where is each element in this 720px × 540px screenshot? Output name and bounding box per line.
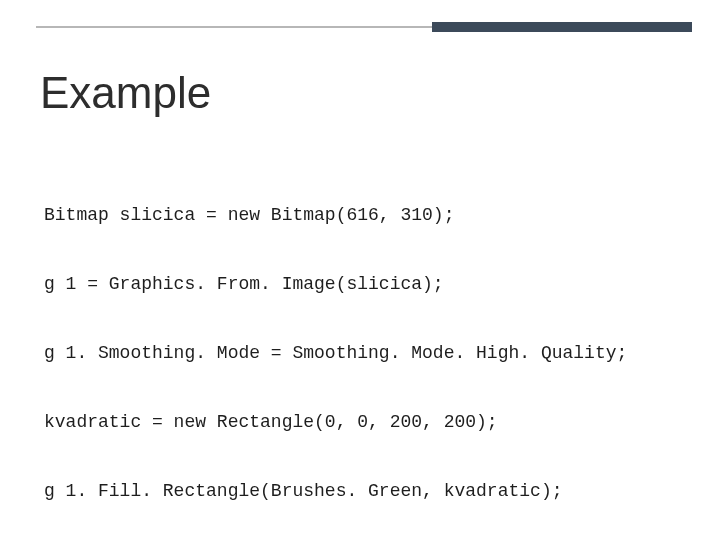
code-line: Bitmap slicica = new Bitmap(616, 310); [44,204,676,227]
code-line: g 1. Fill. Rectangle(Brushes. Green, kva… [44,480,676,503]
code-line: g 1 = Graphics. From. Image(slicica); [44,273,676,296]
header-rule [36,22,692,36]
slide: Example Bitmap slicica = new Bitmap(616,… [0,0,720,540]
code-block: Bitmap slicica = new Bitmap(616, 310); g… [44,158,676,540]
code-line: g 1. Smoothing. Mode = Smoothing. Mode. … [44,342,676,365]
code-line: kvadratic = new Rectangle(0, 0, 200, 200… [44,411,676,434]
header-rule-accent [432,22,692,32]
slide-title: Example [40,68,211,118]
